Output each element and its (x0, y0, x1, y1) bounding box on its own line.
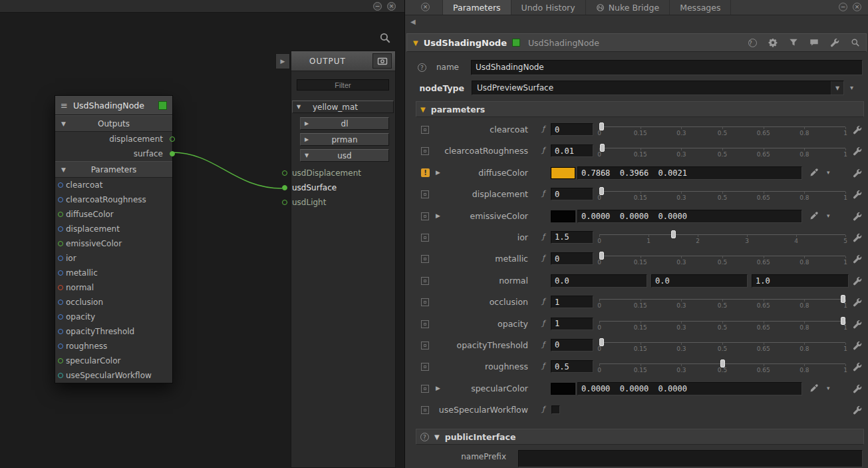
node-param-opacityThreshold[interactable]: opacityThreshold (55, 324, 172, 339)
enable-state-box[interactable] (421, 234, 429, 242)
param-value-field[interactable] (551, 296, 593, 308)
expression-icon[interactable]: ƒ (542, 189, 545, 198)
name-input[interactable] (471, 60, 863, 75)
nameprefix-input[interactable] (518, 450, 863, 467)
expression-icon[interactable]: ƒ (542, 340, 545, 349)
help-icon[interactable]: ? (420, 433, 429, 441)
panel-collapse-button[interactable]: ▶ (275, 53, 290, 69)
enable-state-box[interactable] (421, 126, 429, 134)
param-slider[interactable]: 00.150.30.50.650.81 (599, 294, 845, 312)
node-param-opacity[interactable]: opacity (55, 310, 172, 324)
tree-item-prman[interactable]: ▶prman (300, 133, 389, 146)
slider-handle[interactable] (599, 187, 604, 195)
node-param-occlusion[interactable]: occlusion (55, 295, 172, 310)
material-port-usdLight[interactable]: usdLight (279, 195, 403, 210)
material-port-usdSurface[interactable]: usdSurface (279, 180, 403, 195)
enable-state-box[interactable] (421, 255, 429, 263)
node-param-emissiveColor[interactable]: emissiveColor (55, 236, 172, 251)
param-port[interactable] (58, 373, 63, 378)
node-param-normal[interactable]: normal (55, 280, 172, 295)
search-icon[interactable] (851, 38, 860, 47)
parameters-group-header[interactable]: ▼ parameters (416, 101, 864, 117)
param-slider[interactable]: 00.150.30.50.650.81 (599, 251, 845, 268)
param-port[interactable] (58, 285, 63, 290)
enable-state-box[interactable] (421, 320, 429, 328)
color-values-field[interactable] (577, 210, 802, 223)
node-param-specularColor[interactable]: specularColor (55, 353, 172, 368)
node-header-bar[interactable]: ▼ UsdShadingNode UsdShadingNode ? (406, 33, 867, 52)
wrench-icon[interactable] (853, 146, 862, 156)
param-value-field[interactable] (551, 339, 593, 351)
back-arrow-icon[interactable]: ◀ (410, 18, 416, 25)
wrench-icon[interactable] (853, 125, 862, 134)
wrench-icon[interactable] (853, 362, 862, 371)
param-port[interactable] (58, 182, 63, 188)
tab-undo-history[interactable]: Undo History (511, 0, 586, 15)
wrench-icon[interactable] (853, 212, 862, 221)
param-value-field[interactable] (551, 231, 593, 244)
slider-handle[interactable] (599, 252, 604, 260)
param-value-field[interactable] (551, 360, 593, 373)
eyedropper-icon[interactable] (809, 383, 819, 393)
window-minimize-icon[interactable]: − (839, 3, 847, 11)
wrench-icon[interactable] (853, 384, 862, 393)
triangle-right-icon[interactable]: ▶ (305, 120, 309, 126)
node-param-metallic[interactable]: metallic (55, 266, 172, 280)
triangle-down-icon[interactable]: ▼ (297, 104, 301, 110)
slider-handle[interactable] (841, 317, 845, 325)
enable-state-box[interactable] (421, 147, 429, 155)
color-options-caret[interactable]: ▾ (827, 212, 830, 219)
outputs-group-header[interactable]: ▼ Outputs (55, 115, 172, 132)
port-dot[interactable] (282, 170, 287, 176)
param-port[interactable] (58, 270, 63, 276)
tab-messages[interactable]: Messages (670, 0, 731, 15)
material-port-usdDisplacement[interactable]: usdDisplacement (279, 166, 403, 180)
window-close-icon[interactable]: × (853, 3, 861, 11)
color-values-field[interactable] (577, 382, 802, 395)
wrench-icon[interactable] (853, 190, 862, 199)
param-port[interactable] (58, 241, 63, 246)
param-slider[interactable]: 00.150.30.50.650.81 (599, 186, 845, 204)
wrench-icon[interactable] (853, 233, 862, 242)
help-icon[interactable]: ? (748, 39, 757, 47)
color-options-caret[interactable]: ▾ (827, 385, 830, 391)
expression-icon[interactable]: ƒ (542, 146, 545, 154)
node-output-surface[interactable]: surface (55, 146, 172, 161)
node-param-clearcoatRoughness[interactable]: clearcoatRoughness (55, 192, 172, 207)
enable-state-box[interactable] (421, 363, 429, 371)
enable-state-box[interactable] (421, 385, 429, 393)
wrench-icon[interactable] (853, 320, 862, 329)
param-value-field[interactable] (551, 123, 593, 136)
node-param-diffuseColor[interactable]: diffuseColor (55, 207, 172, 222)
tree-item-dl[interactable]: ▶dl (300, 117, 389, 130)
wrench-icon[interactable] (853, 276, 862, 286)
param-value-field[interactable] (551, 144, 593, 157)
render-view-button[interactable] (372, 53, 392, 69)
parameters-group-header[interactable]: ▼ Parameters (55, 161, 172, 178)
eyedropper-icon[interactable] (809, 168, 819, 177)
node-output-displacement[interactable]: displacement (55, 132, 172, 146)
port-dot[interactable] (282, 200, 287, 205)
param-port[interactable] (58, 314, 63, 320)
filter-input[interactable] (297, 79, 389, 91)
wrench-icon[interactable] (830, 38, 839, 47)
filter-icon[interactable] (789, 38, 798, 47)
node-param-roughness[interactable]: roughness (55, 339, 172, 353)
options-caret-icon[interactable]: ▾ (850, 84, 853, 91)
node-param-clearcoat[interactable]: clearcoat (55, 178, 172, 192)
node-param-ior[interactable]: ior (55, 251, 172, 266)
param-value-field[interactable] (551, 188, 593, 200)
param-value-field[interactable] (551, 318, 593, 330)
expression-icon[interactable]: ƒ (542, 405, 545, 413)
color-swatch[interactable] (551, 210, 575, 222)
slider-handle[interactable] (600, 144, 605, 152)
search-icon[interactable] (379, 32, 391, 44)
param-checkbox[interactable] (551, 405, 560, 414)
tree-item-yellow_mat[interactable]: ▼yellow_mat (292, 101, 394, 113)
color-swatch[interactable] (551, 167, 575, 179)
slider-handle[interactable] (841, 295, 845, 303)
vector-field-0[interactable] (551, 274, 647, 288)
expression-icon[interactable]: ƒ (542, 254, 545, 262)
triangle-right-icon[interactable]: ▶ (305, 136, 309, 142)
param-slider[interactable]: 00.150.30.50.650.81 (599, 143, 845, 160)
